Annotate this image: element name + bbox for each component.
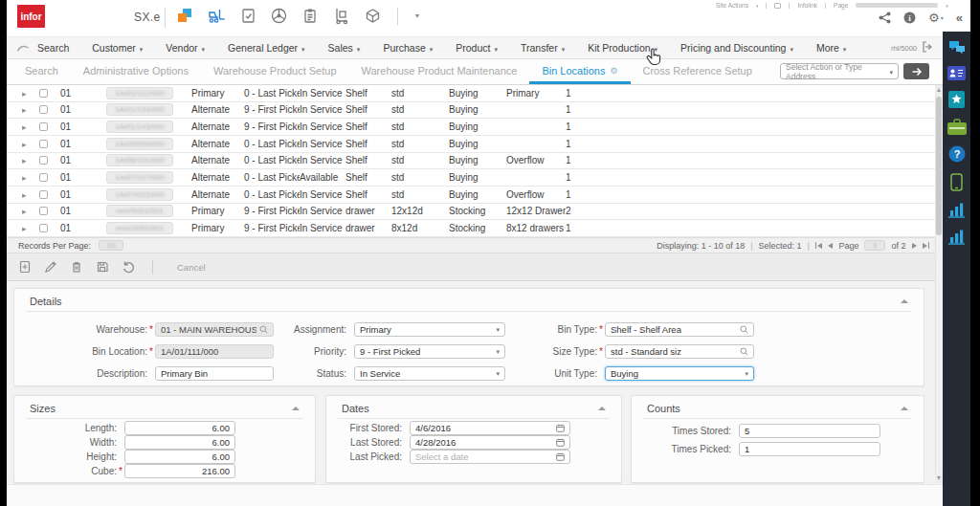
hand-truck-icon[interactable] <box>332 7 350 25</box>
scroll-down-icon[interactable] <box>935 473 943 483</box>
length-input[interactable]: 6.00 <box>124 421 235 435</box>
table-row[interactable]: 01 revs/3052/001 Primary 9 - First Picke… <box>7 220 943 237</box>
bin-type-input[interactable]: Shelf - Shelf Area <box>605 322 754 337</box>
menu-item[interactable]: General Ledger <box>228 42 304 54</box>
row-expand-icon[interactable] <box>22 155 39 165</box>
chat-icon[interactable] <box>947 38 967 55</box>
settings-gear-icon[interactable]: ⚙▾ <box>928 11 944 24</box>
save-icon[interactable] <box>96 260 109 274</box>
wheel-icon[interactable] <box>270 7 288 25</box>
menu-item[interactable]: Purchase <box>383 42 433 54</box>
table-row[interactable]: 01 1A/06/101/000 Alternate 0 - Last Pick… <box>7 153 943 170</box>
height-input[interactable]: 6.00 <box>124 450 235 464</box>
undo-icon[interactable] <box>122 260 136 274</box>
table-row[interactable]: 01 1A/07/022/000 Alternate 0 - Last Pick… <box>7 187 943 204</box>
first-stored-input[interactable]: 4/6/2016 <box>410 421 570 435</box>
tab[interactable]: Warehouse Product Maintenance <box>349 59 530 84</box>
assignment-select[interactable]: Primary <box>354 322 505 337</box>
clipboard-icon[interactable] <box>301 7 319 25</box>
logout-icon[interactable] <box>922 41 933 55</box>
row-checkbox[interactable] <box>39 105 48 114</box>
first-page-icon[interactable] <box>815 242 823 249</box>
page-link[interactable]: Page <box>834 2 848 9</box>
tab-gear-icon[interactable] <box>610 66 617 76</box>
scroll-up-icon[interactable] <box>935 85 943 95</box>
table-row[interactable]: 01 1A/05/099/000 Alternate 0 - Last Pick… <box>7 136 943 153</box>
contacts-card-icon[interactable] <box>947 66 966 80</box>
menu-item[interactable]: Pricing and Discounting <box>680 42 793 54</box>
collapse-icon[interactable]: « <box>956 11 963 24</box>
priority-select[interactable]: 9 - First Picked <box>354 344 505 359</box>
last-picked-input[interactable]: Select a date <box>410 450 570 464</box>
window-icon[interactable] <box>774 3 781 9</box>
bar-chart-icon[interactable] <box>947 202 966 218</box>
delete-icon[interactable] <box>70 260 83 274</box>
row-expand-icon[interactable] <box>22 104 39 115</box>
row-checkbox[interactable] <box>39 190 48 199</box>
menu-item[interactable]: Kit Production <box>588 42 657 54</box>
task-check-icon[interactable] <box>239 7 256 25</box>
starred-doc-icon[interactable] <box>948 91 965 108</box>
tab[interactable]: Administrative Options <box>71 59 201 84</box>
info-icon[interactable]: i <box>903 11 916 24</box>
status-select[interactable]: In Service <box>354 366 505 381</box>
add-record-icon[interactable] <box>18 260 32 274</box>
times-stored-input[interactable]: 5 <box>739 424 880 438</box>
row-expand-icon[interactable] <box>22 88 39 99</box>
menu-item[interactable]: Product <box>456 42 498 54</box>
table-row[interactable]: 01 1A/01/143/000 Alternate 9 - First Pic… <box>7 119 943 136</box>
site-actions-link[interactable]: Site Actions <box>716 2 748 9</box>
menu-item[interactable]: Transfer <box>521 42 565 54</box>
lookup-icon[interactable] <box>740 325 748 334</box>
table-row[interactable]: 01 1A/01/133/000 Alternate 9 - First Pic… <box>7 102 943 120</box>
scrollbar-thumb[interactable] <box>936 97 942 235</box>
share-icon[interactable] <box>879 11 891 24</box>
table-row[interactable]: 01 1A/07/127/000 Alternate 0 - Last Pick… <box>7 169 943 187</box>
table-row[interactable]: 01 1A/01/122/000 Primary 0 - Last Picked… <box>7 85 943 102</box>
row-expand-icon[interactable] <box>22 172 39 183</box>
last-page-icon[interactable] <box>923 242 930 249</box>
next-page-icon[interactable] <box>912 243 917 249</box>
menu-item[interactable]: Customer <box>92 42 143 54</box>
width-input[interactable]: 6.00 <box>124 435 235 450</box>
last-stored-input[interactable]: 4/28/2016 <box>410 435 570 450</box>
menu-item[interactable]: Search <box>37 42 69 54</box>
records-per-page-input[interactable]: 10 <box>99 240 123 251</box>
tab[interactable]: Bin Locations <box>529 59 630 84</box>
history-swoosh-icon[interactable] <box>16 43 30 53</box>
row-checkbox[interactable] <box>39 89 48 98</box>
calendar-icon[interactable] <box>556 452 565 461</box>
row-expand-icon[interactable] <box>22 223 39 233</box>
cube-input[interactable]: 216.00 <box>124 464 235 478</box>
cancel-button[interactable]: Cancel <box>169 259 213 275</box>
mobile-icon[interactable] <box>950 173 963 191</box>
row-expand-icon[interactable] <box>22 139 39 149</box>
row-checkbox[interactable] <box>39 207 48 215</box>
forklift-icon[interactable] <box>207 7 226 25</box>
row-checkbox[interactable] <box>39 224 48 232</box>
row-checkbox[interactable] <box>39 156 48 165</box>
tab[interactable]: Search <box>12 59 71 84</box>
help-icon[interactable]: ? <box>948 145 966 163</box>
size-type-input[interactable]: std - Standard siz <box>605 344 754 359</box>
collapse-chevron-icon[interactable] <box>901 299 908 303</box>
edit-icon[interactable] <box>44 260 57 274</box>
row-checkbox[interactable] <box>39 122 48 131</box>
calendar-icon[interactable] <box>556 424 565 432</box>
row-expand-icon[interactable] <box>22 206 39 216</box>
menu-item[interactable]: Vendor <box>166 42 205 54</box>
table-row[interactable]: 01 revr/5001/001 Primary 9 - First Picke… <box>7 204 943 221</box>
tab[interactable]: Cross Reference Setup <box>631 59 765 84</box>
row-expand-icon[interactable] <box>22 121 39 132</box>
row-checkbox[interactable] <box>39 140 48 148</box>
tab[interactable]: Warehouse Product Setup <box>201 59 349 84</box>
package-icon[interactable] <box>364 7 382 25</box>
more-apps-caret-icon[interactable]: ▾ <box>415 11 419 20</box>
row-checkbox[interactable] <box>39 173 48 182</box>
bar-chart-2-icon[interactable] <box>947 229 966 245</box>
user-account-label[interactable] <box>856 3 938 8</box>
collapse-chevron-icon[interactable] <box>292 407 300 410</box>
times-picked-input[interactable]: 1 <box>739 442 880 456</box>
action-select[interactable]: Select Action or Type Address <box>780 63 899 79</box>
briefcase-icon[interactable] <box>947 119 967 135</box>
